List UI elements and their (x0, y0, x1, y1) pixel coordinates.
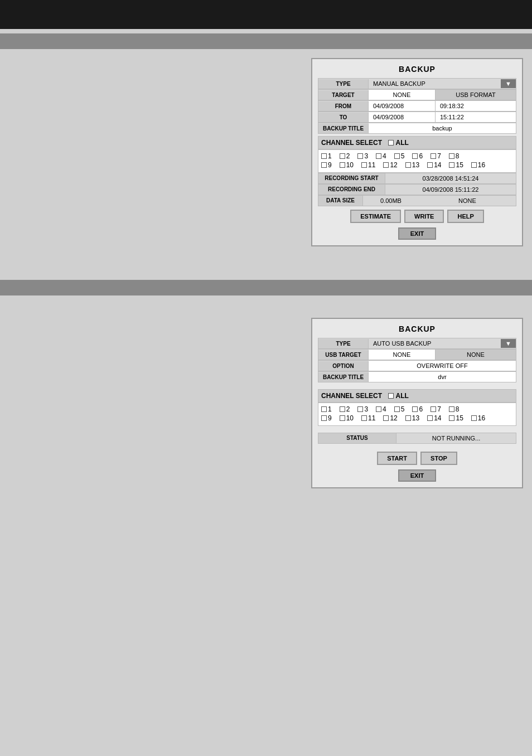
ch1[interactable]: 1 (321, 152, 332, 160)
from-time-1[interactable]: 09:18:32 (436, 101, 516, 111)
bt-value-1[interactable]: backup (369, 123, 516, 133)
bt-label-1: BACKUP TITLE (318, 124, 369, 133)
type-value-2[interactable]: AUTO USB BACKUP (369, 338, 501, 348)
help-button[interactable]: HELP (447, 210, 483, 223)
ch7[interactable]: 7 (431, 152, 441, 160)
ch3[interactable]: 3 (357, 152, 368, 160)
bt-value-2[interactable]: dvr (369, 372, 516, 382)
exit-button-2[interactable]: EXIT (398, 469, 436, 482)
stop-button[interactable]: STOP (420, 452, 457, 465)
status-value-2: NOT RUNNING... (396, 433, 516, 443)
ch9[interactable]: 9 (321, 161, 332, 169)
ch5[interactable]: 5 (394, 152, 405, 160)
usb-target-row-2: USB TARGET NONE NONE (318, 349, 516, 360)
ch-all-2[interactable]: ALL (388, 392, 408, 400)
ch-row-1b: 9 10 11 12 13 14 15 16 (321, 161, 513, 169)
type-value-1[interactable]: MANUAL BACKUP (369, 79, 501, 89)
ch2-15[interactable]: 15 (449, 414, 463, 422)
ch6[interactable]: 6 (412, 152, 423, 160)
to-label-1: TO (318, 113, 369, 122)
data-size-label-1: DATA SIZE (318, 196, 363, 206)
ch2-5[interactable]: 5 (394, 405, 405, 413)
type-row-1: TYPE MANUAL BACKUP ▼ (318, 78, 516, 89)
ch2-9[interactable]: 9 (321, 414, 332, 422)
section2-header (0, 280, 532, 295)
write-button[interactable]: WRITE (404, 210, 444, 223)
action-buttons-2: START STOP (318, 452, 516, 465)
usb-target-label-2: USB TARGET (318, 350, 369, 360)
channels-grid-1: 1 2 3 4 5 6 7 8 9 10 11 12 13 14 15 (318, 149, 516, 173)
ch2-4[interactable]: 4 (376, 405, 386, 413)
ch2-13[interactable]: 13 (405, 414, 419, 422)
type-dropdown-1[interactable]: ▼ (501, 79, 516, 88)
ch2-16[interactable]: 16 (471, 414, 485, 422)
bt-label-2: BACKUP TITLE (318, 372, 369, 382)
backup-title-row-2: BACKUP TITLE dvr (318, 371, 516, 382)
usb-target-none-2[interactable]: NONE (369, 350, 436, 360)
ch2-2[interactable]: 2 (340, 405, 350, 413)
ch13[interactable]: 13 (405, 161, 419, 169)
data-none-1: NONE (419, 196, 516, 206)
target-label-1: TARGET (318, 90, 369, 100)
type-label-1: TYPE (318, 79, 369, 89)
ch16[interactable]: 16 (471, 161, 485, 169)
ch2-12[interactable]: 12 (383, 414, 397, 422)
rec-start-label-1: RECORDING START (318, 173, 385, 183)
channel-select-2: CHANNEL SELECT ALL (318, 389, 516, 403)
backup-title-2: BACKUP (318, 324, 516, 333)
start-button[interactable]: START (377, 452, 417, 465)
action-buttons-1: ESTIMATE WRITE HELP (318, 210, 516, 223)
from-label-1: FROM (318, 101, 369, 111)
all-label-2: ALL (395, 392, 408, 400)
from-date-1[interactable]: 04/09/2008 (369, 101, 436, 111)
ch14[interactable]: 14 (427, 161, 441, 169)
ch2-7[interactable]: 7 (431, 405, 441, 413)
from-row-1: FROM 04/09/2008 09:18:32 (318, 100, 516, 112)
ch-row-2b: 9 10 11 12 13 14 15 16 (321, 414, 513, 422)
rec-end-value-1: 04/09/2008 15:11:22 (385, 185, 516, 195)
exit-row-1: EXIT (318, 225, 516, 240)
type-row-2: TYPE AUTO USB BACKUP ▼ (318, 338, 516, 349)
rec-start-row-1: RECORDING START 03/28/2008 14:51:24 (318, 173, 516, 184)
backup-title-1: BACKUP (318, 65, 516, 74)
ch2-11[interactable]: 11 (361, 414, 375, 422)
option-value-2[interactable]: OVERWRITE OFF (369, 361, 516, 371)
target-none-1[interactable]: NONE (369, 90, 436, 100)
ch-row-1a: 1 2 3 4 5 6 7 8 (321, 152, 513, 160)
section1-header (0, 33, 532, 49)
data-size-value-1: 0.00MB (363, 196, 419, 206)
ch2[interactable]: 2 (340, 152, 350, 160)
to-time-1[interactable]: 15:11:22 (436, 112, 516, 122)
type-label-2: TYPE (318, 339, 369, 348)
channel-select-1: CHANNEL SELECT ALL (318, 136, 516, 149)
ch8[interactable]: 8 (449, 152, 460, 160)
ch2-3[interactable]: 3 (357, 405, 368, 413)
rec-start-value-1: 03/28/2008 14:51:24 (385, 173, 516, 183)
target-format-1[interactable]: USB FORMAT (436, 90, 516, 100)
ch2-8[interactable]: 8 (449, 405, 460, 413)
ch15[interactable]: 15 (449, 161, 463, 169)
usb-target-none2-2[interactable]: NONE (436, 350, 516, 360)
ch2-10[interactable]: 10 (340, 414, 354, 422)
ch-all-checkbox-1[interactable]: ALL (388, 139, 408, 147)
estimate-button[interactable]: ESTIMATE (350, 210, 401, 223)
ch10[interactable]: 10 (340, 161, 354, 169)
ch12[interactable]: 12 (383, 161, 397, 169)
status-row-2: STATUS NOT RUNNING... (318, 433, 516, 444)
ch2-1[interactable]: 1 (321, 405, 332, 413)
ch2-14[interactable]: 14 (427, 414, 441, 422)
top-banner (0, 0, 532, 29)
backup-panel-1: BACKUP TYPE MANUAL BACKUP ▼ TARGET NONE … (311, 58, 523, 246)
ch-row-2a: 1 2 3 4 5 6 7 8 (321, 405, 513, 413)
ch2-6[interactable]: 6 (412, 405, 423, 413)
ch4[interactable]: 4 (376, 152, 386, 160)
channels-grid-2: 1 2 3 4 5 6 7 8 9 10 11 12 13 14 15 (318, 403, 516, 426)
backup-panel-2: BACKUP TYPE AUTO USB BACKUP ▼ USB TARGET… (311, 318, 523, 488)
option-label-2: OPTION (318, 361, 369, 371)
type-dropdown-2[interactable]: ▼ (501, 339, 516, 348)
to-date-1[interactable]: 04/09/2008 (369, 112, 436, 122)
ch11[interactable]: 11 (361, 161, 375, 169)
exit-button-1[interactable]: EXIT (398, 227, 436, 240)
rec-end-row-1: RECORDING END 04/09/2008 15:11:22 (318, 184, 516, 195)
option-row-2: OPTION OVERWRITE OFF (318, 360, 516, 371)
